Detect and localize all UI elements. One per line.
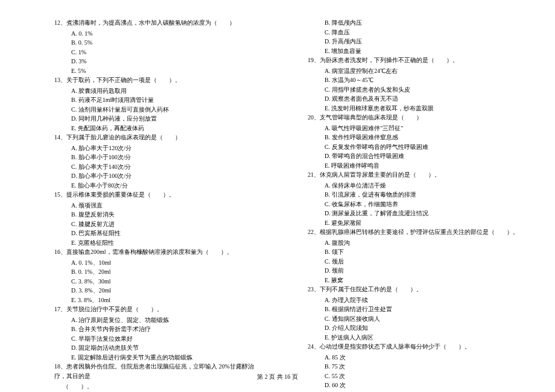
answer-option: A. 吸气性呼吸困难伴"三凹征" <box>308 124 519 133</box>
question-text: 23、下列不属于住院处工作的是（ ）。 <box>308 285 519 294</box>
answer-option: A. 0. 1%、10ml <box>54 258 265 268</box>
answer-option: D. 3% <box>54 57 265 66</box>
question-text: 17、关节脱位治疗中不妥的是（ ）。 <box>54 305 265 314</box>
answer-option: E. 腋窝 <box>308 276 519 285</box>
left-column: 12、煮沸消毒时，为提高沸点，水中加入碳酸氢钠的浓度为（ ）A. 0. 1%B.… <box>0 18 278 392</box>
answer-option: E. 胎心率小于80次/分 <box>54 181 265 191</box>
answer-option: D. 升高颅内压 <box>308 37 519 46</box>
answer-option: D. 观察患者面色及有无不适 <box>308 94 519 104</box>
answer-option: E. 3. 8%、10ml <box>54 296 265 305</box>
answer-option: E. 呼吸困难伴哮鸣音 <box>308 161 519 171</box>
answer-option: D. 介绍人院须知 <box>308 323 519 333</box>
answer-option: B. 腹壁反射消失 <box>54 210 265 220</box>
answer-option: B. 降低颅内压 <box>308 18 519 28</box>
answer-option: A. 颈项强直 <box>54 201 265 210</box>
answer-option: A. 办理入院手续 <box>308 296 519 305</box>
answer-option: C. 油剂用量杯计量后可直接倒入药杯 <box>54 105 265 115</box>
answer-option: E. 洗发时用棉球塞患者双耳，纱布盖双眼 <box>308 104 519 113</box>
answer-option: E. 护送病人入病区 <box>308 333 519 343</box>
answer-option: E. 增加血容量 <box>308 46 519 56</box>
answer-option: D. 3. 8%、20ml <box>54 286 265 296</box>
answer-option: B. 0. 5% <box>54 38 265 48</box>
answer-option: D. 同时用几种药液，应分别放置 <box>54 114 265 124</box>
answer-option: D. 巴宾斯基征阳性 <box>54 229 265 238</box>
question-text: 19、为卧床患者洗发时，下列操作不正确的是（ ）。 <box>308 55 519 65</box>
answer-option: C. 膝腱反射亢进 <box>54 220 265 229</box>
question-text: 13、关于取药，下列不正确的一项是（ ）。 <box>54 75 265 85</box>
answer-option: B. 75 次 <box>308 362 519 371</box>
right-column: B. 降低颅内压C. 降血压D. 升高颅内压E. 增加血容量19、为卧床患者洗发… <box>278 18 555 392</box>
answer-option: A. 病室温度控制在24℃左右 <box>308 66 519 76</box>
answer-option: B. 发作性呼吸困难伴窒息感 <box>308 133 519 142</box>
answer-option: A. 治疗原则是复位、固定、功能锻炼 <box>54 315 265 325</box>
answer-option: B. 合并关节内骨折需手术治疗 <box>54 324 265 334</box>
answer-option: B. 颌下 <box>308 247 519 257</box>
answer-option: E. 5% <box>54 66 265 76</box>
answer-option: C. 早期手法复位效果好 <box>54 334 265 344</box>
answer-option: B. 药液不足1ml时须用滴管计量 <box>54 95 265 105</box>
question-text: 16、直接输血200ml，需准备枸橼酸钠溶液的浓度和量为（ ）。 <box>54 247 265 257</box>
answer-option: B. 引流尿液，促进有毒物质的排泄 <box>308 190 519 200</box>
answer-option: A. 85 次 <box>308 353 519 362</box>
page-content: 12、煮沸消毒时，为提高沸点，水中加入碳酸氢钠的浓度为（ ）A. 0. 1%B.… <box>0 18 555 392</box>
answer-option: E. 避免尿潴留 <box>308 218 519 228</box>
answer-option: C. 反复发作带哮鸣音的呼气性呼吸困难 <box>308 142 519 152</box>
answer-option: C. 颈后 <box>308 257 519 267</box>
question-text: 21、休克病人留置导尿最主要的目的是（ ）。 <box>308 170 519 180</box>
answer-option: B. 0. 1%、20ml <box>54 267 265 277</box>
answer-option: E. 固定解除后进行病变关节为重点的功能锻炼 <box>54 353 265 362</box>
question-text: 14、下列属于胎儿窘迫的临床表现的是（ ） <box>54 133 265 142</box>
answer-option: D. 60 次 <box>308 381 519 390</box>
answer-option: E. 先配固体药，再配液体药 <box>54 124 265 133</box>
answer-option: A. 胎心率大于120次/分 <box>54 144 265 153</box>
answer-option: A. 胶囊须用药匙取用 <box>54 86 265 96</box>
answer-option: D. 固定期勿活动患肢关节 <box>54 343 265 353</box>
question-text: 12、煮沸消毒时，为提高沸点，水中加入碳酸氢钠的浓度为（ ） <box>54 18 265 28</box>
answer-option: B. 根据病情进行卫生处置 <box>308 305 519 314</box>
answer-option: D. 测尿量及比重，了解肾血流灌注情况 <box>308 209 519 218</box>
answer-option: C. 降血压 <box>308 28 519 37</box>
answer-option: B. 胎心率小于160次/分 <box>54 153 265 162</box>
question-text: 15、提示椎体束受损的重要体征是（ ）。 <box>54 190 265 200</box>
answer-option: C. 通知病区接收病人 <box>308 314 519 324</box>
question-text: 20、支气管哮喘典型的临床表现是（ ） <box>308 113 519 122</box>
question-text: 22、根据乳腺癌淋巴转移的主要途径，护理评估应重点关注的部位是（ ）。 <box>308 227 519 237</box>
answer-option: A. 0. 1% <box>54 29 265 39</box>
answer-option: A. 腹股沟 <box>308 238 519 248</box>
answer-option: D. 胎心率小于100次/分 <box>54 171 265 181</box>
answer-option: C. 1% <box>54 48 265 57</box>
answer-option: D. 带哮鸣音的混合性呼吸困难 <box>308 151 519 161</box>
answer-option: C. 3. 8%、30ml <box>54 277 265 286</box>
page-footer: 第 2 页 共 16 页 <box>0 373 555 381</box>
answer-option: B. 水温为40～45℃ <box>308 75 519 85</box>
answer-option: C. 收集尿标本，作细菌培养 <box>308 200 519 209</box>
answer-option: E. 克匿格征阳性 <box>54 238 265 248</box>
question-text: 24、心动过缓是指安静状态下成人脉率每分钟少于（ ）。 <box>308 342 519 352</box>
answer-option: D. 颈前 <box>308 266 519 276</box>
question-continuation: （ ）。 <box>54 382 265 391</box>
answer-option: C. 胎心率大于140次/分 <box>54 162 265 172</box>
answer-option: C. 用指甲揉搓患者的头发和头皮 <box>308 85 519 95</box>
answer-option: A. 保持床单位清洁干燥 <box>308 181 519 191</box>
